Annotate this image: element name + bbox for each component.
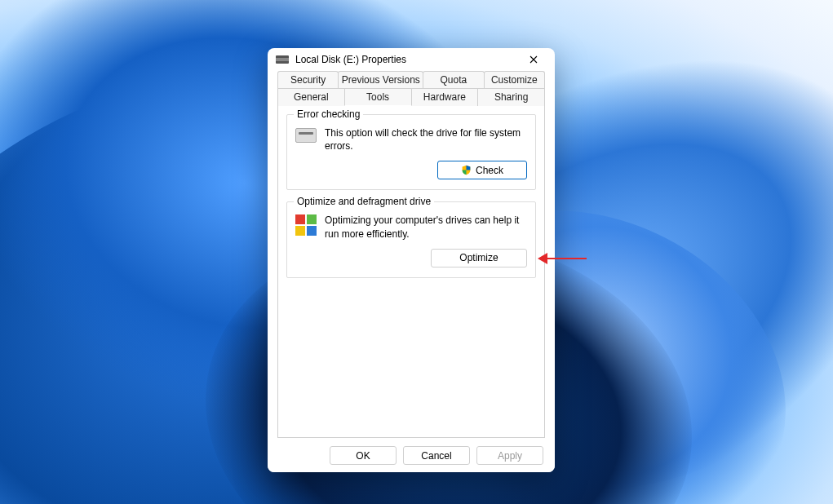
titlebar[interactable]: Local Disk (E:) Properties: [268, 48, 555, 71]
tab-container: Security Previous Versions Quota Customi…: [268, 71, 555, 438]
uac-shield-icon: [461, 165, 472, 175]
tab-row-lower: General Tools Hardware Sharing: [277, 88, 545, 106]
tab-quota[interactable]: Quota: [423, 71, 484, 88]
apply-button[interactable]: Apply: [476, 446, 543, 465]
group-error-checking: Error checking This option will check th…: [286, 114, 536, 190]
check-button[interactable]: Check: [437, 161, 527, 179]
tab-customize[interactable]: Customize: [484, 71, 545, 88]
cancel-button[interactable]: Cancel: [403, 446, 470, 465]
defrag-icon: [295, 214, 317, 236]
tab-general[interactable]: General: [277, 88, 345, 106]
group-error-legend: Error checking: [294, 108, 363, 120]
tab-previous-versions[interactable]: Previous Versions: [338, 71, 423, 88]
tab-panel-tools: Error checking This option will check th…: [277, 105, 545, 438]
optimize-description: Optimizing your computer's drives can he…: [325, 214, 527, 240]
close-icon: [529, 55, 538, 64]
tab-hardware[interactable]: Hardware: [411, 88, 479, 106]
annotation-arrow: [538, 253, 587, 264]
optimize-button-label: Optimize: [459, 252, 498, 263]
drive-icon: [276, 55, 289, 64]
dialog-footer: OK Cancel Apply: [268, 438, 555, 472]
group-optimize: Optimize and defragment drive Optimizing…: [286, 201, 536, 277]
close-button[interactable]: [517, 48, 550, 71]
check-button-label: Check: [476, 165, 503, 176]
tab-tools[interactable]: Tools: [344, 88, 412, 106]
tab-security[interactable]: Security: [277, 71, 339, 88]
properties-dialog: Local Disk (E:) Properties Security Prev…: [268, 48, 555, 472]
tab-row-upper: Security Previous Versions Quota Customi…: [277, 71, 545, 88]
group-optimize-legend: Optimize and defragment drive: [294, 196, 434, 207]
ok-button[interactable]: OK: [330, 446, 397, 465]
error-checking-description: This option will check the drive for fil…: [325, 126, 527, 153]
arrow-line: [544, 258, 587, 259]
tab-sharing[interactable]: Sharing: [477, 88, 545, 106]
optimize-button[interactable]: Optimize: [431, 249, 527, 267]
hdd-icon: [295, 128, 317, 143]
dialog-title: Local Disk (E:) Properties: [295, 54, 517, 65]
